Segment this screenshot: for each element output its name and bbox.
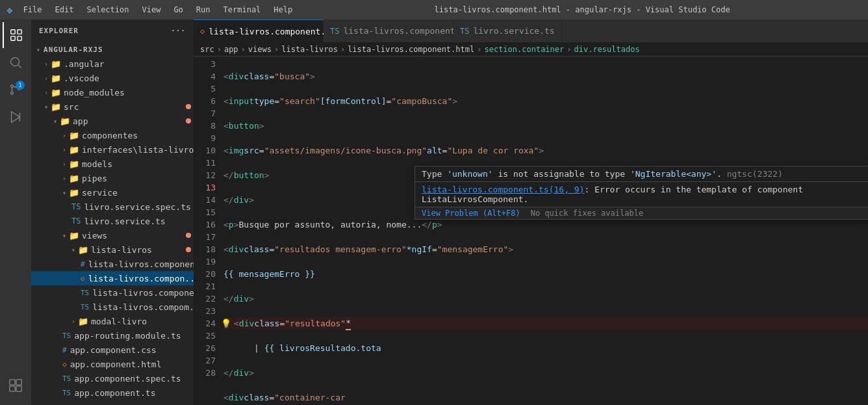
no-quick-fixes-label: No quick fixes available — [531, 209, 643, 218]
ts-icon: TS — [62, 374, 71, 383]
run-activity-icon[interactable] — [3, 104, 29, 130]
breadcrumb-section[interactable]: section.container — [484, 45, 564, 54]
svg-point-6 — [11, 85, 14, 88]
html-icon: ◇ — [62, 360, 67, 369]
chevron-icon: ▾ — [62, 232, 66, 239]
hover-popup-actions: View Problem (Alt+F8) No quick fixes ava… — [415, 207, 868, 219]
breadcrumb-file[interactable]: lista-livros.component.html — [348, 45, 474, 54]
sidebar-item-lista-livros-component-ts[interactable]: TSlista-livros.component.s... — [31, 285, 194, 300]
breadcrumb: src › app › views › lista-livros › lista… — [194, 42, 868, 57]
vscode-logo: ❖ — [6, 4, 13, 16]
sidebar-item-lista-livros-html[interactable]: ◇lista-livros.compon... 1 — [31, 271, 194, 285]
sidebar-item-lista-livros-css[interactable]: #lista-livros.component.css — [31, 257, 194, 271]
sidebar-header: EXPLORER ··· — [31, 20, 194, 42]
source-control-activity-icon[interactable]: 1 — [3, 77, 29, 103]
chevron-icon: ▾ — [71, 246, 75, 254]
svg-rect-2 — [11, 36, 15, 40]
ts-tab-icon: TS — [330, 27, 339, 36]
sidebar-item-project[interactable]: ▾ ANGULAR-RXJS — [31, 42, 194, 57]
sidebar-item-vscode[interactable]: › 📁.vscode — [31, 71, 194, 85]
sidebar-item-src[interactable]: ▾ 📁src — [31, 99, 194, 114]
svg-rect-11 — [10, 380, 15, 385]
view-problem-button[interactable]: View Problem (Alt+F8) — [422, 209, 520, 218]
menu-view[interactable]: View — [136, 4, 166, 16]
hover-popup-error-message: Type 'unknown' is not assignable to type… — [415, 166, 868, 182]
ts-icon: TS — [62, 332, 71, 340]
sidebar-item-app[interactable]: ▾ 📁app — [31, 114, 194, 128]
breadcrumb-views[interactable]: views — [248, 45, 272, 54]
sidebar-item-lista-livros[interactable]: ▾ 📁lista-livros — [31, 242, 194, 257]
hover-error-popup: Type 'unknown' is not assignable to type… — [415, 166, 868, 220]
sidebar-item-models[interactable]: › 📁models — [31, 157, 194, 171]
svg-rect-0 — [11, 30, 15, 34]
breadcrumb-lista-livros[interactable]: lista-livros — [281, 45, 338, 54]
svg-line-5 — [18, 65, 21, 68]
error-link[interactable]: lista-livros.component.ts(16, 9) — [422, 185, 584, 194]
svg-rect-12 — [16, 380, 21, 385]
sidebar-item-livro-service-spec[interactable]: TSlivro.service.spec.ts — [31, 200, 194, 214]
tab-lista-livros-ts[interactable]: TS lista-livros.component.ts M — [324, 20, 453, 42]
code-line-12: </div> — [223, 293, 868, 305]
menu-help[interactable]: Help — [268, 4, 298, 16]
svg-rect-13 — [10, 386, 15, 391]
chevron-icon: › — [62, 161, 66, 168]
sidebar-item-app-html[interactable]: ◇app.component.html — [31, 357, 194, 371]
menu-go[interactable]: Go — [168, 4, 188, 16]
menu-file[interactable]: File — [18, 4, 47, 16]
sidebar-item-node-modules[interactable]: › 📁node_modules — [31, 85, 194, 99]
search-activity-icon[interactable] — [3, 49, 29, 75]
ts-icon: TS — [62, 389, 71, 397]
chevron-icon: › — [62, 132, 66, 139]
sidebar-item-app-ts[interactable]: TSapp.component.ts — [31, 385, 194, 400]
explorer-activity-icon[interactable] — [3, 22, 29, 48]
code-line-4: <input type="search" [formControl]="camp… — [223, 95, 868, 107]
code-line-10: <div class="resultados mensagem-erro" *n… — [223, 243, 868, 255]
chevron-icon: › — [62, 146, 66, 153]
code-content[interactable]: <div class="busca"> <input type="search"… — [221, 57, 868, 405]
chevron-icon: › — [44, 89, 48, 96]
menu-selection[interactable]: Selection — [81, 4, 134, 16]
ts-icon: TS — [81, 289, 89, 297]
chevron-icon: ▾ — [36, 46, 41, 53]
menu-edit[interactable]: Edit — [50, 4, 79, 16]
svg-rect-1 — [18, 30, 21, 34]
breadcrumb-app[interactable]: app — [224, 45, 238, 54]
tabs-bar: ◇ lista-livros.component.html 1 × TS lis… — [194, 20, 868, 42]
code-line-5: <button> — [223, 120, 868, 132]
code-line-11: {{ mensagemErro }} — [223, 268, 868, 280]
sidebar-item-modal-livro[interactable]: › 📁modal-livro — [31, 314, 194, 328]
sidebar-item-livro-service[interactable]: TSlivro.service.ts — [31, 214, 194, 228]
sidebar-more-icon[interactable]: ··· — [171, 27, 186, 35]
code-area[interactable]: 3 4 5 6 7 8 9 10 11 12 13 14 15 16 17 18… — [194, 57, 868, 405]
sidebar-item-views[interactable]: ▾ 📁views — [31, 228, 194, 242]
tab-livro-service[interactable]: TS livro.service.ts — [453, 20, 562, 42]
breadcrumb-src[interactable]: src — [200, 45, 214, 54]
sidebar-item-app-spec[interactable]: TSapp.component.spec.ts — [31, 371, 194, 385]
sidebar-item-lista-livros-component-ts2[interactable]: TSlista-livros.compom... M — [31, 300, 194, 314]
sidebar-item-pipes[interactable]: › 📁pipes — [31, 171, 194, 185]
svg-rect-3 — [18, 36, 21, 40]
ts-tab-icon: TS — [460, 27, 469, 36]
sidebar-tree: ▾ ANGULAR-RXJS › 📁.angular › 📁.vscode › … — [31, 42, 194, 405]
hover-popup-error-detail: lista-livros.component.ts(16, 9): Error … — [415, 182, 868, 207]
menu-run[interactable]: Run — [191, 4, 216, 16]
html-icon: ◇ — [81, 274, 85, 283]
sidebar-item-interfaces[interactable]: › 📁interfaces\lista-livros.ts — [31, 142, 194, 157]
code-line-9: <p>Busque por assunto, autoria, nome...<… — [223, 218, 868, 231]
ts-icon: TS — [81, 303, 89, 311]
sidebar-item-angular[interactable]: › 📁.angular — [31, 57, 194, 71]
sidebar-item-componentes[interactable]: › 📁componentes — [31, 128, 194, 142]
breadcrumb-div[interactable]: div.resultados — [574, 45, 640, 54]
tab-lista-livros-html[interactable]: ◇ lista-livros.component.html 1 × — [194, 20, 324, 42]
sidebar-item-service[interactable]: ▾ 📁service — [31, 185, 194, 200]
chevron-icon: › — [44, 60, 48, 68]
svg-point-7 — [11, 92, 14, 95]
menu-bar: File Edit Selection View Go Run Terminal… — [18, 4, 298, 16]
sidebar-item-app-css[interactable]: #app.component.css — [31, 343, 194, 357]
extensions-activity-icon[interactable] — [3, 372, 29, 398]
menu-terminal[interactable]: Terminal — [218, 4, 266, 16]
svg-rect-14 — [16, 386, 21, 391]
svg-marker-9 — [12, 112, 20, 123]
sidebar-item-app-routing[interactable]: TSapp-routing.module.ts — [31, 328, 194, 343]
code-line-3: <div class="busca"> — [223, 70, 868, 83]
